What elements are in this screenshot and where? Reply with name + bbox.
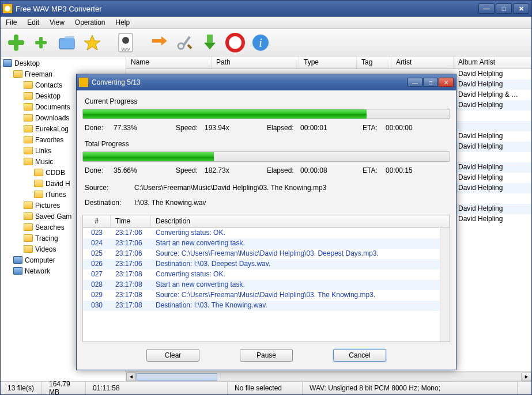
- tree-item[interactable]: Saved Gam: [35, 212, 71, 221]
- log-row[interactable]: 02923:17:08Source: C:\Users\Freeman\Musi…: [83, 290, 440, 301]
- log-row[interactable]: 02523:17:06Source: C:\Users\Freeman\Musi…: [83, 249, 440, 259]
- log-col-num[interactable]: #: [83, 215, 111, 227]
- tree-item[interactable]: Videos: [35, 245, 56, 253]
- scroll-left-icon[interactable]: ◄: [126, 373, 136, 381]
- menu-file[interactable]: File: [1, 17, 22, 28]
- log-col-desc[interactable]: Description: [151, 215, 450, 227]
- download-icon[interactable]: [198, 31, 222, 55]
- info-icon[interactable]: i: [248, 31, 273, 55]
- menu-edit[interactable]: Edit: [22, 17, 44, 28]
- folder-icon[interactable]: [55, 31, 79, 55]
- dialog-maximize-button[interactable]: □: [423, 78, 438, 87]
- status-duration: 01:11:58: [93, 384, 120, 392]
- cur-speed: 193.94x: [205, 124, 245, 132]
- tree-network[interactable]: Network: [25, 267, 50, 275]
- maximize-button[interactable]: □: [496, 3, 512, 14]
- log-row[interactable]: 02423:17:06Start an new converting task.: [83, 238, 440, 249]
- tree-item[interactable]: EurekaLog: [35, 125, 69, 133]
- svg-rect-6: [59, 39, 74, 49]
- source-label: Source:: [85, 184, 134, 192]
- pause-button[interactable]: Pause: [240, 349, 293, 362]
- cancel-button[interactable]: Cancel: [333, 349, 386, 362]
- log-row[interactable]: 02323:17:06Converting status: OK.: [83, 228, 440, 238]
- cur-speed-lbl: Speed:: [176, 124, 205, 132]
- tree-desktop[interactable]: Desktop: [14, 59, 40, 67]
- status-files: 13 file(s): [7, 384, 34, 392]
- svg-marker-15: [204, 43, 216, 50]
- tree-computer[interactable]: Computer: [25, 256, 55, 264]
- tree-item[interactable]: David H: [46, 180, 70, 188]
- dialog-minimize-button[interactable]: —: [408, 78, 422, 87]
- scroll-track[interactable]: [136, 373, 522, 381]
- app-title: Free WAV MP3 Converter: [16, 5, 102, 13]
- svg-rect-5: [35, 41, 47, 44]
- favorite-icon[interactable]: [80, 31, 104, 55]
- dest-label: Destination:: [85, 199, 134, 207]
- col-albumartist[interactable]: Album Artist: [454, 56, 531, 69]
- hscrollbar[interactable]: ◄ ►: [126, 371, 531, 381]
- dialog-close-button[interactable]: ✕: [439, 78, 454, 87]
- tree-item[interactable]: Searches: [35, 223, 65, 231]
- tree-item[interactable]: Contacts: [35, 81, 62, 89]
- titlebar: Free WAV MP3 Converter — □ ✕: [1, 1, 531, 17]
- wav-file-icon[interactable]: WAV: [114, 31, 138, 55]
- tot-done-lbl: Done:: [85, 166, 114, 174]
- minimize-button[interactable]: —: [478, 3, 495, 14]
- log-row[interactable]: 02723:17:08Converting status: OK.: [83, 269, 440, 280]
- svg-marker-7: [59, 36, 74, 39]
- svg-text:i: i: [259, 36, 262, 49]
- total-progress-label: Total Progress: [85, 140, 450, 148]
- svg-point-1: [5, 6, 10, 12]
- tree-item[interactable]: Favorites: [35, 136, 63, 144]
- list-header: Name Path Type Tag Artist Album Artist: [126, 56, 531, 69]
- tree-user[interactable]: Freeman: [25, 70, 52, 78]
- tree-item[interactable]: Documents: [35, 103, 70, 111]
- cur-elapsed-lbl: Elapsed:: [267, 124, 300, 132]
- col-type[interactable]: Type: [299, 56, 357, 69]
- statusbar: 13 file(s) 164.79 MB 01:11:58 No file se…: [1, 381, 531, 394]
- menu-help[interactable]: Help: [111, 17, 135, 28]
- menubar: File Edit View Operation Help: [1, 17, 531, 29]
- add-small-icon[interactable]: [29, 31, 54, 55]
- clear-button[interactable]: Clear: [146, 349, 199, 362]
- log-row[interactable]: 03023:17:08Destination: I:\03. The Knowi…: [83, 301, 440, 311]
- col-name[interactable]: Name: [126, 56, 212, 69]
- tree-item[interactable]: iTunes: [46, 191, 66, 199]
- scroll-right-icon[interactable]: ►: [522, 373, 531, 381]
- tree-item[interactable]: Links: [35, 147, 51, 155]
- svg-marker-8: [84, 35, 100, 50]
- log-row[interactable]: 02823:17:08Start an new converting task.: [83, 280, 440, 290]
- tree-item[interactable]: Desktop: [35, 92, 61, 100]
- log-vscrollbar[interactable]: [440, 228, 450, 341]
- convert-icon[interactable]: [147, 31, 171, 55]
- log-row[interactable]: 02623:17:06Destination: I:\03. Deepest D…: [83, 259, 440, 269]
- source-path: C:\Users\Freeman\Music\David Helpling\03…: [134, 184, 326, 192]
- settings-icon[interactable]: [172, 31, 197, 55]
- dialog-titlebar: Converting 5/13 — □ ✕: [77, 74, 456, 90]
- log-col-time[interactable]: Time: [111, 215, 151, 227]
- tree-item[interactable]: CDDB: [46, 169, 65, 177]
- status-format: WAV: Unsigned 8 bit PCM 8000 Hz; Mono;: [310, 384, 440, 392]
- separator: [105, 31, 112, 55]
- tot-elapsed: 00:00:08: [300, 166, 341, 174]
- menu-view[interactable]: View: [44, 17, 70, 28]
- col-artist[interactable]: Artist: [391, 56, 454, 69]
- log-body[interactable]: 02323:17:06Converting status: OK.02423:1…: [83, 228, 440, 341]
- add-large-icon[interactable]: [4, 31, 28, 55]
- separator: [139, 31, 146, 55]
- tree-item[interactable]: Tracing: [35, 234, 58, 242]
- tot-speed: 182.73x: [205, 166, 245, 174]
- menu-operation[interactable]: Operation: [70, 17, 111, 28]
- col-tag[interactable]: Tag: [357, 56, 391, 69]
- close-button[interactable]: ✕: [513, 3, 529, 14]
- svg-text:WAV: WAV: [121, 47, 130, 51]
- tree-item[interactable]: Pictures: [35, 202, 60, 210]
- svg-rect-20: [79, 78, 88, 87]
- tree-item[interactable]: Downloads: [35, 114, 69, 122]
- conversion-log: # Time Description 02323:17:06Converting…: [82, 215, 450, 342]
- scroll-thumb[interactable]: [137, 373, 217, 381]
- tree-item[interactable]: Music: [35, 158, 53, 166]
- help-lifesaver-icon[interactable]: [223, 31, 247, 55]
- log-header: # Time Description: [83, 215, 450, 228]
- col-path[interactable]: Path: [212, 56, 299, 69]
